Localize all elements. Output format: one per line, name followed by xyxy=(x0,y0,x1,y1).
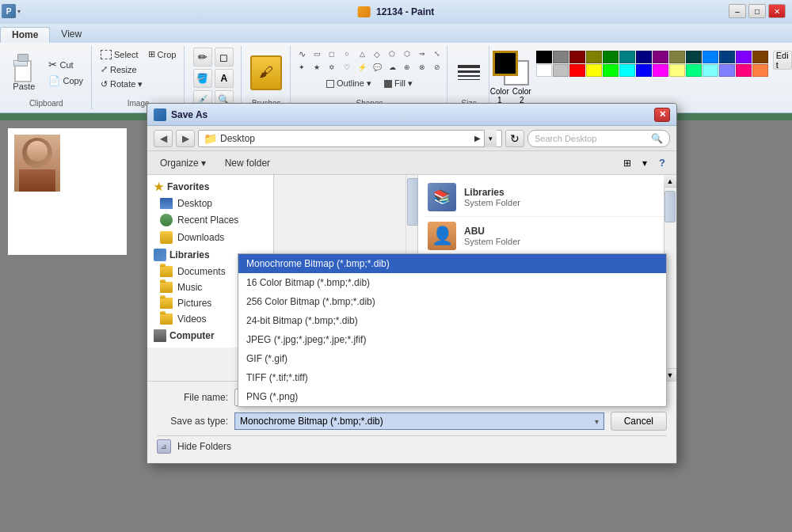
shape-star5[interactable]: ★ xyxy=(310,61,324,74)
paste-button[interactable]: Paste xyxy=(6,49,42,97)
palette-color-000000[interactable] xyxy=(536,51,552,63)
palette-color-800080[interactable] xyxy=(653,51,668,63)
views-dropdown[interactable]: ▾ xyxy=(637,155,653,171)
organize-button[interactable]: Organize ▾ xyxy=(154,156,212,170)
palette-color-ff8040[interactable] xyxy=(752,64,768,77)
palette-color-0080ff[interactable] xyxy=(703,51,718,63)
brushes-button[interactable]: 🖌 xyxy=(250,55,282,90)
app-menu-button[interactable]: P xyxy=(2,4,16,18)
palette-color-000080[interactable] xyxy=(636,51,652,63)
palette-color-004040[interactable] xyxy=(686,51,702,63)
palette-color-00ff80[interactable] xyxy=(686,64,702,77)
palette-color-ff00ff[interactable] xyxy=(653,64,668,77)
search-button[interactable]: 🔍 xyxy=(651,133,663,144)
dropdown-item-4[interactable]: JPEG (*.jpg;*.jpeg;*.jpe;*.jfif) xyxy=(238,330,666,349)
palette-color-808000[interactable] xyxy=(586,51,602,63)
dialog-close-button[interactable]: ✕ xyxy=(654,108,670,122)
shape-ellipse[interactable]: ○ xyxy=(340,48,354,60)
scroll-thumb[interactable] xyxy=(664,191,676,222)
color1-swatch[interactable] xyxy=(493,51,518,76)
tab-view[interactable]: View xyxy=(50,27,93,43)
color2-btn[interactable]: Color 2 xyxy=(512,87,531,104)
palette-color-8000ff[interactable] xyxy=(736,51,752,63)
palette-color-008080[interactable] xyxy=(619,51,635,63)
shape-lightning[interactable]: ⚡ xyxy=(355,61,369,74)
dropdown-item-2[interactable]: 256 Color Bitmap (*.bmp;*.dib) xyxy=(238,292,666,311)
forward-button[interactable]: ▶ xyxy=(176,130,195,147)
crop-button[interactable]: ⊞ Crop xyxy=(145,48,180,61)
dropdown-item-0[interactable]: Monochrome Bitmap (*.bmp;*.dib) xyxy=(238,254,666,273)
new-folder-button[interactable]: New folder xyxy=(219,156,276,170)
dropdown-item-5[interactable]: GIF (*.gif) xyxy=(238,349,666,368)
refresh-button[interactable]: ↻ xyxy=(505,130,524,147)
select-button[interactable]: Select xyxy=(97,48,142,61)
shape-misc2[interactable]: ⊗ xyxy=(415,61,429,74)
shape-star4[interactable]: ✦ xyxy=(295,61,309,74)
eraser-tool[interactable]: ◻ xyxy=(215,48,234,66)
shape-misc1[interactable]: ⊕ xyxy=(400,61,414,74)
fill-button[interactable]: Fill ▾ xyxy=(381,77,416,90)
cut-button[interactable]: ✂ Cut xyxy=(45,57,86,72)
palette-color-0000ff[interactable] xyxy=(636,64,652,77)
size-selector[interactable] xyxy=(455,62,483,83)
sidebar-favorites-header[interactable]: ★ Favorites xyxy=(147,178,273,196)
views-button[interactable]: ⊞ xyxy=(619,155,635,171)
dropdown-item-7[interactable]: PNG (*.png) xyxy=(238,387,666,406)
hide-folders-button[interactable]: ⊿ Hide Folders xyxy=(157,439,231,454)
shape-cloud[interactable]: ☁ xyxy=(385,61,399,74)
palette-color-ffffff[interactable] xyxy=(536,64,552,77)
palette-color-80ffff[interactable] xyxy=(703,64,718,77)
dropdown-item-1[interactable]: 16 Color Bitmap (*.bmp;*.dib) xyxy=(238,273,666,292)
copy-button[interactable]: 📄 Copy xyxy=(45,74,86,88)
shape-diamond[interactable]: ◇ xyxy=(370,48,384,60)
shape-star6[interactable]: ✡ xyxy=(325,61,339,74)
sidebar-scroll-thumb[interactable] xyxy=(407,178,418,226)
scroll-up-button[interactable]: ▲ xyxy=(664,175,676,188)
palette-color-8080ff[interactable] xyxy=(719,64,735,77)
maximize-button[interactable]: □ xyxy=(748,4,766,18)
close-button[interactable]: ✕ xyxy=(768,4,786,18)
sidebar-item-desktop[interactable]: Desktop xyxy=(147,196,273,211)
rotate-button[interactable]: ↺ Rotate ▾ xyxy=(97,78,146,91)
sidebar-item-recent-places[interactable]: Recent Places xyxy=(147,211,273,229)
palette-color-ffff80[interactable] xyxy=(669,64,685,77)
shape-arrow-r[interactable]: ⇒ xyxy=(415,48,429,60)
fill-tool[interactable]: 🪣 xyxy=(193,69,212,88)
file-item-libraries[interactable]: 📚 Libraries System Folder xyxy=(425,178,670,217)
savetype-dropdown[interactable]: Monochrome Bitmap (*.bmp;*.dib) ▾ xyxy=(234,412,604,430)
palette-color-800000[interactable] xyxy=(569,51,585,63)
palette-color-808080[interactable] xyxy=(553,51,569,63)
text-tool[interactable]: A xyxy=(215,69,234,88)
help-button[interactable]: ? xyxy=(654,155,670,171)
shape-roundrect[interactable]: ▢ xyxy=(325,48,339,60)
address-dropdown-button[interactable]: ▾ xyxy=(484,130,497,147)
minimize-button[interactable]: – xyxy=(729,4,746,18)
shape-pentagon[interactable]: ⬠ xyxy=(385,48,399,60)
palette-color-004080[interactable] xyxy=(719,51,735,63)
palette-color-ff0000[interactable] xyxy=(569,64,585,77)
palette-color-00ffff[interactable] xyxy=(619,64,635,77)
pencil-tool[interactable]: ✏ xyxy=(193,48,212,66)
back-button[interactable]: ◀ xyxy=(154,130,173,147)
shape-rect[interactable]: ▭ xyxy=(310,48,324,60)
dropdown-item-3[interactable]: 24-bit Bitmap (*.bmp;*.dib) xyxy=(238,311,666,330)
shape-hexagon[interactable]: ⬡ xyxy=(400,48,414,60)
shape-curve[interactable]: ∿ xyxy=(295,48,309,60)
shape-callout[interactable]: 💬 xyxy=(370,61,384,74)
shape-triangle[interactable]: △ xyxy=(355,48,369,60)
palette-color-c0c0c0[interactable] xyxy=(553,64,569,77)
cancel-button[interactable]: Cancel xyxy=(611,412,667,431)
palette-color-ff0080[interactable] xyxy=(736,64,752,77)
shape-misc3[interactable]: ⊘ xyxy=(430,61,444,74)
palette-color-008000[interactable] xyxy=(603,51,619,63)
palette-color-ffff00[interactable] xyxy=(586,64,602,77)
resize-button[interactable]: ⤢ Resize xyxy=(97,63,140,76)
color1-btn[interactable]: Color 1 xyxy=(490,87,509,104)
sidebar-item-downloads[interactable]: Downloads xyxy=(147,229,273,246)
palette-color-804000[interactable] xyxy=(752,51,768,63)
dropdown-item-6[interactable]: TIFF (*.tif;*.tiff) xyxy=(238,368,666,387)
outline-button[interactable]: Outline ▾ xyxy=(323,77,375,90)
palette-color-808040[interactable] xyxy=(669,51,685,63)
file-item-abu[interactable]: ABU System Folder xyxy=(425,217,670,256)
tab-home[interactable]: Home xyxy=(0,27,50,43)
